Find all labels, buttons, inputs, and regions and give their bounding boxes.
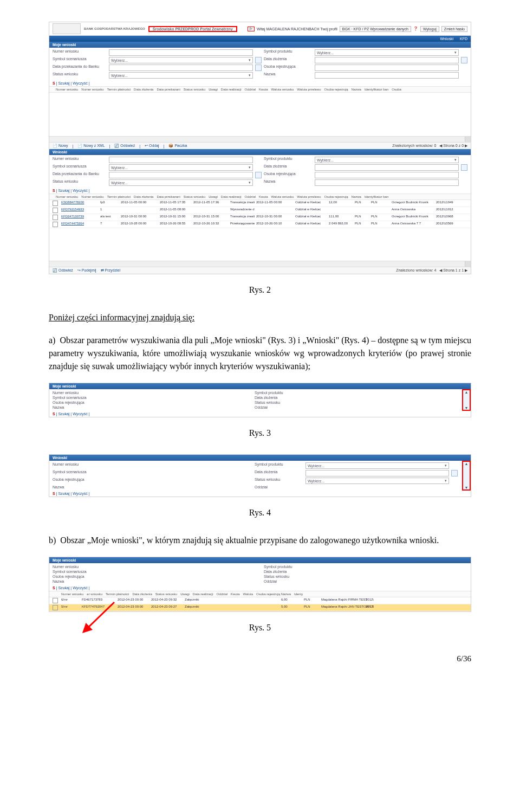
search-button[interactable]: Szukaj (58, 189, 69, 192)
row-checkbox[interactable] (53, 215, 58, 220)
table-row[interactable]: KFD247130739ala test2012-10-31 00:002012… (49, 214, 471, 221)
podejmij-button[interactable]: ↪ Podejmij (77, 268, 96, 273)
caption-rys2: Rys. 2 (49, 285, 471, 295)
vertical-scrollbar[interactable]: ▲▼ (462, 389, 471, 411)
row-checkbox[interactable] (53, 598, 58, 603)
row-checkbox[interactable] (53, 208, 58, 213)
profile-select[interactable]: BGK · KFD / PZ Wprowadzanie danych (340, 26, 411, 32)
body-text-b: b) Obszar „Moje wnioski", w którym znajd… (49, 534, 471, 547)
row-checkbox[interactable] (53, 222, 58, 227)
table-row[interactable]: KFD47447526472012-10-28 00:002012-10-26 … (49, 221, 471, 228)
search-button[interactable]: Szukaj (58, 412, 69, 416)
logout-button[interactable]: Wyloguj (420, 26, 439, 32)
clear-button[interactable]: Wyczyść (73, 412, 88, 416)
screenshot-rys3: Moje wnioski Numer wnioskuSymbol produkt… (49, 383, 471, 417)
select-status[interactable]: Wybierz...▾ (109, 72, 253, 79)
oddaj-button[interactable]: ↩ Oddaj (145, 144, 159, 148)
table-row[interactable]: 6/mrFD4671737832012-04-23 00:002012-04-2… (49, 597, 471, 604)
label-symprod: Symbol produktu (264, 49, 313, 56)
result-count: Znaleziono wniosków: 4 (396, 268, 436, 272)
clear-button[interactable]: Wyczyść (73, 586, 88, 590)
search-form-moje-s5: Numer wnioskuSymbol produktu Symbol scen… (49, 563, 471, 585)
przydziel-button[interactable]: ⇄ Przydziel (101, 268, 120, 273)
clear-button[interactable]: Wyczyść (73, 492, 88, 495)
input-nazwa[interactable] (315, 72, 459, 79)
select-symprod[interactable]: Wybierz...▾ (315, 49, 459, 56)
panel-moje-wnioski-title: Moje wnioski (49, 557, 471, 563)
label-symscen: Symbol scenariusza (53, 57, 107, 63)
clear-button[interactable]: Wyczyść (73, 81, 88, 85)
odswiez-button[interactable]: 🔄 Odśwież (114, 144, 135, 148)
panel-moje-wnioski-title: Moje wnioski (49, 383, 471, 389)
vertical-scrollbar[interactable]: ▲▼ (462, 461, 471, 491)
odswiez-button[interactable]: 🔄 Odśwież (53, 268, 73, 273)
horizontal-scrollbar[interactable] (49, 261, 471, 267)
toolbar-moje: 📄 Nowy | 📄 Nowy z XML | 🔄 Odśwież | ↩ Od… (49, 142, 471, 149)
list-b-marker: b) (49, 536, 56, 545)
nowy-xml-button[interactable]: 📄 Nowy z XML (77, 144, 105, 148)
bank-logo (53, 23, 81, 34)
input-osobarej[interactable] (315, 65, 459, 71)
environment-badge: Środowisko PRZEDPROD Portal Zewnętrzny (148, 26, 237, 32)
calendar-icon[interactable] (255, 172, 262, 178)
nav-kfd[interactable]: KFD (460, 37, 467, 41)
calendar-icon[interactable] (255, 65, 262, 71)
screenshot-rys2: BANK GOSPODARSTWA KRAJOWEGO Środowisko P… (49, 22, 471, 274)
search-button[interactable]: Szukaj (58, 492, 69, 495)
bank-name: BANK GOSPODARSTWA KRAJOWEGO (84, 27, 145, 30)
calendar-icon[interactable] (255, 57, 262, 63)
scroll-up-icon[interactable]: ▲ (465, 462, 469, 466)
change-password-button[interactable]: Zmień hasło (441, 26, 467, 32)
intro-text: Poniżej części informacyjnej znajdują si… (49, 313, 194, 322)
select-symscen[interactable]: Wybierz...▾ (109, 57, 253, 63)
chevron-down-icon: ▾ (454, 50, 457, 55)
row-checkbox[interactable] (53, 605, 58, 610)
horizontal-scrollbar[interactable] (49, 136, 471, 142)
label-datazloz: Data złożenia (264, 57, 313, 63)
search-form-moje: Numer wniosku Symbol produktuWybierz...▾… (49, 48, 471, 80)
toolbar-wnioski: 🔄 Odśwież ↪ Podejmij ⇄ Przydziel Znalezi… (49, 267, 471, 274)
search-button[interactable]: Szukaj (58, 81, 69, 85)
row-checkbox[interactable] (53, 201, 58, 206)
input-dataprzek[interactable] (109, 65, 253, 71)
caption-rys3: Rys. 3 (49, 428, 471, 438)
input-numer[interactable] (109, 49, 253, 56)
body-text: Poniżej części informacyjnej znajdują si… (49, 311, 471, 373)
result-count: Znalezionych wniosków: 0 (392, 144, 436, 147)
search-form-moje-mini: Numer wnioskuSymbol produktu Symbol scen… (49, 389, 462, 411)
scroll-down-icon[interactable]: ▼ (465, 406, 469, 410)
table-row[interactable]: KSD884778200fp32012-11-05 00:002012-11-0… (49, 200, 471, 207)
chevron-down-icon: ▾ (249, 58, 251, 62)
app-header: BANK GOSPODARSTWA KRAJOWEGO Środowisko P… (49, 22, 471, 36)
page-indicator: Strona 1 z 1 (443, 268, 464, 272)
main-nav: Wnioski KFD (49, 36, 471, 42)
screenshot-rys5: Moje wnioski Numer wnioskuSymbol produkt… (49, 557, 471, 612)
search-actions-moje: S | Szukaj | Wyczyść | (49, 80, 471, 86)
list-a-body: Obszar parametrów wyszukiwania dla puli … (49, 336, 471, 371)
table-row-selected[interactable]: 5/mrKFD7747920472012-04-23 00:002012-04-… (49, 604, 471, 611)
search-actions-wnioski: S | Szukaj | Wyczyść | (49, 188, 471, 194)
search-button[interactable]: Szukaj (58, 586, 69, 590)
search-s-icon: S (53, 81, 55, 85)
calendar-icon[interactable] (451, 470, 458, 476)
nowy-button[interactable]: 📄 Nowy (53, 144, 68, 148)
calendar-icon[interactable] (461, 57, 467, 63)
calendar-icon[interactable] (461, 164, 467, 171)
search-form-wnioski: Numer wniosku Symbol produktuWybierz...▾… (49, 155, 471, 188)
paczka-button[interactable]: 📦 Paczka (168, 144, 187, 148)
help-icon[interactable]: ❓ (413, 27, 418, 31)
scroll-up-icon[interactable]: ▲ (465, 390, 469, 394)
list-a-marker: a) (49, 336, 55, 345)
nav-wnioski[interactable]: Wnioski (440, 37, 453, 41)
screenshot-rys4: Wnioski Numer wnioskuSymbol produktuWybi… (49, 454, 471, 497)
label-osobarej: Osoba rejestrująca (264, 65, 313, 71)
clear-button[interactable]: Wyczyść (73, 189, 88, 192)
list-b-body: Obszar „Moje wnioski", w którym znajdują… (60, 536, 439, 545)
grid-empty-moje (49, 93, 471, 136)
label-status: Status wniosku (53, 72, 107, 79)
scroll-down-icon[interactable]: ▼ (465, 486, 469, 489)
input-datazloz[interactable] (315, 57, 459, 63)
page-indicator: Strona 0 z 0 (443, 144, 464, 147)
label-numer: Numer wniosku (53, 49, 107, 56)
table-row[interactable]: KFD79215493312012-11-05 08:00Wprowadzani… (49, 207, 471, 214)
